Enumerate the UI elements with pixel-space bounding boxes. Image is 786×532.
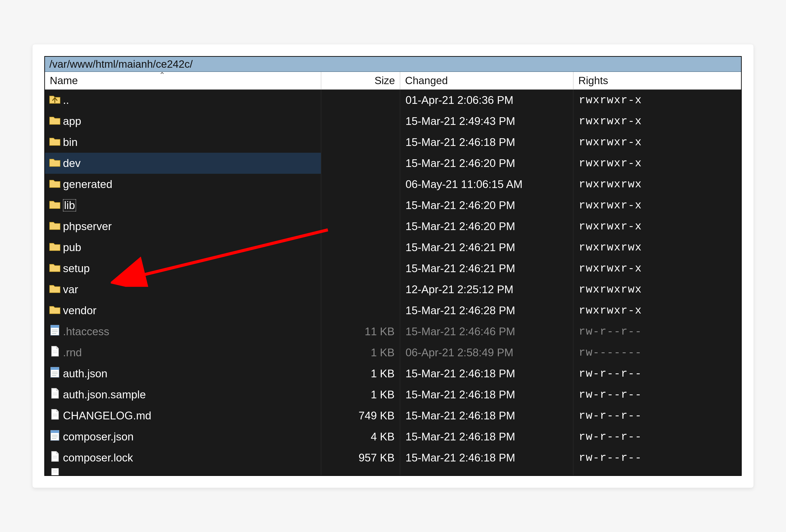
file-name: vendor bbox=[63, 304, 96, 317]
cell-name: pub bbox=[45, 237, 321, 258]
cell-changed: 15-Mar-21 2:46:46 PM bbox=[400, 321, 574, 342]
cell-rights: rw-r--r-- bbox=[574, 447, 741, 468]
cell-size: 1 KB bbox=[321, 363, 400, 384]
file-name: .rnd bbox=[63, 346, 82, 359]
svg-rect-8 bbox=[51, 367, 59, 370]
table-row[interactable]: dev 15-Mar-21 2:46:20 PM rwxrwxr-x bbox=[45, 153, 741, 174]
table-row[interactable]: auth.json.sample 1 KB 15-Mar-21 2:46:18 … bbox=[45, 384, 741, 405]
cell-size: 1 KB bbox=[321, 384, 400, 405]
table-row[interactable] bbox=[45, 468, 741, 475]
column-header-row: Name ⌃ Size Changed Rights bbox=[45, 72, 741, 90]
cell-changed: 15-Mar-21 2:46:20 PM bbox=[400, 216, 574, 237]
cell-changed bbox=[400, 468, 574, 475]
notepad-file-icon bbox=[49, 366, 61, 381]
cell-name: app bbox=[45, 111, 321, 132]
cell-name: composer.json bbox=[45, 426, 321, 447]
cell-name: bin bbox=[45, 132, 321, 153]
file-name: CHANGELOG.md bbox=[63, 409, 151, 422]
table-row[interactable]: phpserver 15-Mar-21 2:46:20 PM rwxrwxr-x bbox=[45, 216, 741, 237]
cell-rights: rwxrwxr-x bbox=[574, 216, 741, 237]
path-bar[interactable]: /var/www/html/maianh/ce242c/ bbox=[45, 57, 741, 72]
cell-rights: rw-r--r-- bbox=[574, 426, 741, 447]
cell-rights: rwxrwxr-x bbox=[574, 195, 741, 216]
file-browser-window: /var/www/html/maianh/ce242c/ Name ⌃ Size… bbox=[44, 56, 742, 476]
cell-size: 1 KB bbox=[321, 342, 400, 363]
cell-size: 4 KB bbox=[321, 426, 400, 447]
folder-icon bbox=[49, 156, 61, 170]
table-row[interactable]: vendor 15-Mar-21 2:46:28 PM rwxrwxr-x bbox=[45, 300, 741, 321]
cell-rights: rw-r--r-- bbox=[574, 363, 741, 384]
cell-changed: 15-Mar-21 2:46:18 PM bbox=[400, 132, 574, 153]
cell-changed: 15-Mar-21 2:46:18 PM bbox=[400, 426, 574, 447]
folder-icon bbox=[49, 240, 61, 255]
file-name: auth.json.sample bbox=[63, 388, 146, 401]
cell-size bbox=[321, 90, 400, 111]
column-header-rights[interactable]: Rights bbox=[574, 72, 741, 89]
cell-changed: 06-May-21 11:06:15 AM bbox=[400, 174, 574, 195]
table-row[interactable]: composer.lock 957 KB 15-Mar-21 2:46:18 P… bbox=[45, 447, 741, 468]
table-row[interactable]: .htaccess 11 KB 15-Mar-21 2:46:46 PM rw-… bbox=[45, 321, 741, 342]
cell-changed: 15-Mar-21 2:46:18 PM bbox=[400, 363, 574, 384]
cell-changed: 15-Mar-21 2:46:21 PM bbox=[400, 258, 574, 279]
file-name: setup bbox=[63, 262, 90, 275]
file-icon bbox=[49, 451, 61, 465]
cell-name: vendor bbox=[45, 300, 321, 321]
file-name: composer.json bbox=[63, 430, 134, 443]
table-row[interactable]: composer.json 4 KB 15-Mar-21 2:46:18 PM … bbox=[45, 426, 741, 447]
sort-ascending-icon: ⌃ bbox=[159, 71, 165, 79]
path-text: /var/www/html/maianh/ce242c/ bbox=[49, 58, 193, 70]
column-header-name[interactable]: Name ⌃ bbox=[45, 72, 321, 89]
folder-icon bbox=[49, 282, 61, 297]
cell-rights: rw-r--r-- bbox=[574, 405, 741, 426]
folder-icon bbox=[49, 303, 61, 318]
cell-name: lib bbox=[45, 195, 321, 216]
file-name: composer.lock bbox=[63, 451, 133, 464]
table-row[interactable]: app 15-Mar-21 2:49:43 PM rwxrwxr-x bbox=[45, 111, 741, 132]
file-name: var bbox=[63, 283, 78, 296]
table-row[interactable]: var 12-Apr-21 2:25:12 PM rwxrwxrwx bbox=[45, 279, 741, 300]
cell-rights: rwxrwxr-x bbox=[574, 258, 741, 279]
cell-name: .htaccess bbox=[45, 321, 321, 342]
column-header-changed[interactable]: Changed bbox=[400, 72, 574, 89]
file-name: generated bbox=[63, 178, 112, 191]
file-list[interactable]: .. 01-Apr-21 2:06:36 PM rwxrwxr-x app 15… bbox=[45, 90, 741, 475]
cell-size: 11 KB bbox=[321, 321, 400, 342]
cell-name: setup bbox=[45, 258, 321, 279]
table-row[interactable]: pub 15-Mar-21 2:46:21 PM rwxrwxrwx bbox=[45, 237, 741, 258]
cell-name: auth.json bbox=[45, 363, 321, 384]
file-name: pub bbox=[63, 241, 81, 254]
cell-changed: 06-Apr-21 2:58:49 PM bbox=[400, 342, 574, 363]
table-row[interactable]: bin 15-Mar-21 2:46:18 PM rwxrwxr-x bbox=[45, 132, 741, 153]
table-row[interactable]: CHANGELOG.md 749 KB 15-Mar-21 2:46:18 PM… bbox=[45, 405, 741, 426]
cell-size bbox=[321, 111, 400, 132]
notepad-file-icon bbox=[49, 430, 61, 444]
cell-size bbox=[321, 279, 400, 300]
folder-icon bbox=[49, 198, 61, 213]
file-name: .. bbox=[63, 94, 69, 106]
cell-size: 957 KB bbox=[321, 447, 400, 468]
file-name: lib bbox=[63, 199, 76, 212]
cell-changed: 15-Mar-21 2:46:28 PM bbox=[400, 300, 574, 321]
cell-name: auth.json.sample bbox=[45, 384, 321, 405]
cell-size bbox=[321, 216, 400, 237]
table-row[interactable]: setup 15-Mar-21 2:46:21 PM rwxrwxr-x bbox=[45, 258, 741, 279]
column-header-size[interactable]: Size bbox=[321, 72, 400, 89]
cell-rights bbox=[574, 468, 741, 475]
table-row[interactable]: generated 06-May-21 11:06:15 AM rwxrwxrw… bbox=[45, 174, 741, 195]
cell-rights: rwxrwxr-x bbox=[574, 132, 741, 153]
file-name: .htaccess bbox=[63, 325, 109, 338]
cell-rights: rwxrwxr-x bbox=[574, 153, 741, 174]
table-row[interactable]: .rnd 1 KB 06-Apr-21 2:58:49 PM rw------- bbox=[45, 342, 741, 363]
svg-rect-1 bbox=[51, 325, 59, 328]
file-icon bbox=[49, 387, 61, 402]
table-row[interactable]: auth.json 1 KB 15-Mar-21 2:46:18 PM rw-r… bbox=[45, 363, 741, 384]
cell-rights: rwxrwxr-x bbox=[574, 300, 741, 321]
cell-rights: rwxrwxrwx bbox=[574, 279, 741, 300]
table-row[interactable]: .. 01-Apr-21 2:06:36 PM rwxrwxr-x bbox=[45, 90, 741, 111]
cell-size: 749 KB bbox=[321, 405, 400, 426]
file-icon bbox=[49, 468, 61, 475]
file-icon bbox=[49, 408, 61, 423]
cell-rights: rw------- bbox=[574, 342, 741, 363]
table-row[interactable]: lib 15-Mar-21 2:46:20 PM rwxrwxr-x bbox=[45, 195, 741, 216]
file-name: auth.json bbox=[63, 367, 108, 380]
